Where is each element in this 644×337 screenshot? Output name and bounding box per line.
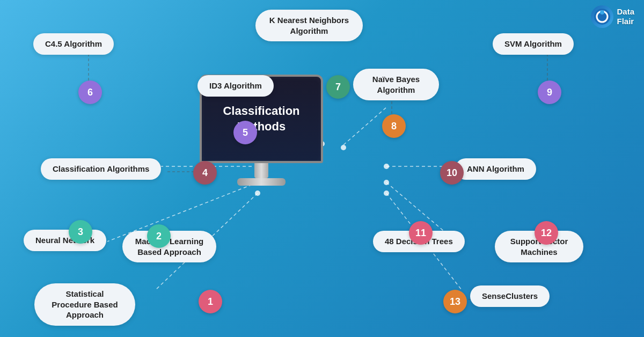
badge-5: 5: [233, 121, 257, 144]
svg-point-14: [341, 145, 346, 150]
svg-point-17: [384, 191, 389, 196]
badge-1: 1: [199, 290, 222, 313]
node-svm-algo: SVM Algorithm: [493, 33, 574, 55]
monitor-neck: [254, 163, 268, 178]
logo-text: Data Flair: [617, 7, 634, 26]
svg-point-15: [384, 164, 389, 169]
badge-2: 2: [147, 224, 171, 248]
svg-line-5: [343, 107, 386, 145]
badge-11: 11: [409, 221, 433, 245]
monitor-title: Classification Methods: [202, 98, 321, 140]
node-id3: ID3 Algorithm: [197, 75, 274, 97]
node-knn: K Nearest Neighbors Algorithm: [255, 10, 363, 41]
badge-10: 10: [440, 161, 464, 185]
svg-point-16: [384, 180, 389, 185]
badge-4: 4: [193, 161, 217, 185]
node-c45: C4.5 Algorithm: [33, 33, 114, 55]
badge-9: 9: [538, 80, 561, 104]
node-naive-bayes: Naïve Bayes Algorithm: [353, 69, 439, 100]
badge-3: 3: [69, 220, 92, 244]
logo-icon: [591, 5, 613, 28]
node-ann: ANN Algorithm: [455, 158, 536, 180]
badge-12: 12: [535, 221, 558, 245]
node-sense-clusters: SenseClusters: [470, 285, 550, 307]
badge-8: 8: [382, 114, 406, 138]
node-statistical: Statistical Procedure Based Approach: [34, 283, 135, 326]
node-neural-network: Neural Network: [24, 230, 106, 251]
node-classification-algos: Classification Algorithms: [41, 158, 161, 180]
badge-6: 6: [78, 80, 102, 104]
dataflair-logo: Data Flair: [591, 5, 634, 28]
badge-7: 7: [326, 75, 350, 99]
svg-point-11: [255, 191, 260, 196]
badge-13: 13: [443, 290, 467, 313]
monitor-base: [237, 178, 286, 186]
svg-point-29: [600, 10, 604, 14]
